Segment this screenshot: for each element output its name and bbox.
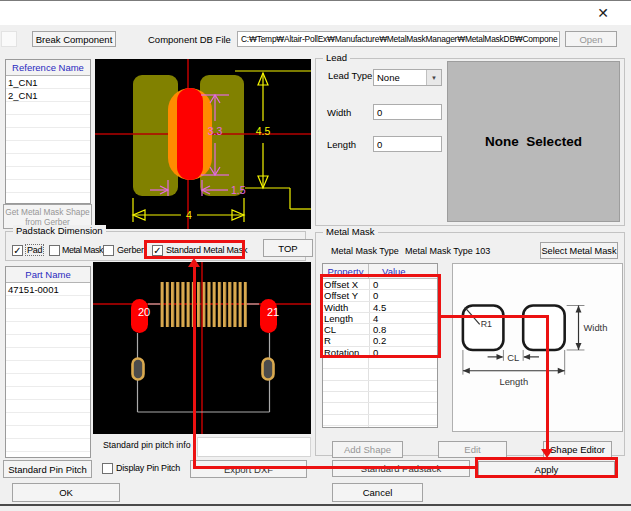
pitch-preview-panel: 20 21 <box>93 262 311 434</box>
table-row <box>323 381 437 392</box>
ok-button[interactable]: OK <box>12 483 120 502</box>
cancel-button[interactable]: Cancel <box>332 483 423 502</box>
radius-label: R1 <box>481 319 492 329</box>
list-item <box>6 439 90 452</box>
metal-mask-checkbox-label[interactable]: Metal Mask <box>62 245 103 255</box>
pin-oval-right <box>263 359 274 380</box>
top-button[interactable]: TOP <box>263 239 313 257</box>
width-arrow-top <box>576 306 582 313</box>
pad-red-pill <box>177 88 203 180</box>
lead-length-label: Length <box>327 139 356 150</box>
standard-pin-pitch-button[interactable]: Standard Pin Pitch <box>3 460 92 478</box>
pad-checkbox[interactable]: ✓ <box>12 245 23 256</box>
width-extension-lines <box>567 306 585 350</box>
db-file-path-field[interactable]: C:₩Temp₩Altair-PollEx₩Manufacture₩MetalM… <box>237 31 560 47</box>
display-pin-pitch-label[interactable]: Display Pin Pitch <box>116 463 180 473</box>
metal-mask-group-label: Metal Mask <box>323 226 378 237</box>
list-item <box>6 180 90 193</box>
table-row <box>323 392 437 403</box>
edit-button[interactable]: Edit <box>438 441 507 458</box>
lead-width-field[interactable]: 0 <box>373 104 442 120</box>
close-icon[interactable]: ✕ <box>594 4 612 22</box>
list-item <box>6 102 90 115</box>
table-row <box>323 369 437 380</box>
dim-3-3: 3.3 <box>208 125 223 137</box>
pin-pitch-info-label: Standard pin pitch info <box>103 440 191 450</box>
title-bar <box>0 0 631 25</box>
list-item <box>6 374 90 387</box>
metal-mask-type-value: Metal Mask Type 103 <box>405 246 490 256</box>
padstack-dimension-label: Padstack Dimension <box>13 225 106 236</box>
pin-oval-left <box>133 359 144 380</box>
length-arrow-left <box>463 368 470 374</box>
get-metal-mask-line1: Get Metal Mask Shape <box>5 207 89 217</box>
width-arrow-bottom <box>576 343 582 350</box>
table-row <box>323 403 437 414</box>
annotation-line-horizontal-table <box>441 315 549 318</box>
export-dxf-button[interactable]: Export DXF <box>190 460 307 478</box>
break-component-button[interactable]: Break Component <box>32 31 116 47</box>
display-pin-pitch-checkbox[interactable] <box>102 463 113 474</box>
list-item <box>6 296 90 309</box>
list-item <box>6 115 90 128</box>
chevron-down-icon[interactable]: ▼ <box>426 70 441 85</box>
metal-mask-type-label: Metal Mask Type <box>331 246 399 256</box>
gerber-checkbox-label[interactable]: Gerber <box>117 245 144 255</box>
metal-mask-checkbox[interactable] <box>49 245 60 256</box>
list-item <box>6 193 90 204</box>
part-name-list: Part Name 47151-0001 <box>5 266 91 458</box>
lead-length-field[interactable]: 0 <box>373 136 442 152</box>
dim-4: 4 <box>186 209 192 221</box>
cl-arrow-left <box>496 354 503 360</box>
width-label: Width <box>583 323 607 333</box>
shape-editor-button[interactable]: Shape Editor <box>543 441 612 458</box>
gerber-checkbox[interactable] <box>103 245 114 256</box>
length-arrow-right <box>558 368 565 374</box>
list-item[interactable]: 1_CN1 <box>6 76 90 89</box>
length-label: Length <box>499 377 528 387</box>
list-item <box>6 348 90 361</box>
add-shape-button[interactable]: Add Shape <box>332 441 403 458</box>
dialog: ✕ Break Component Component DB File C:₩T… <box>0 0 631 511</box>
annotation-line-vertical-right <box>546 315 549 450</box>
annotation-line-vertical-left <box>193 266 196 469</box>
lead-group-label: Lead <box>323 52 350 63</box>
lead-type-value: None <box>377 72 400 83</box>
mask-square-right <box>523 306 565 350</box>
pin-pad-21-label: 21 <box>267 306 279 318</box>
list-item <box>6 322 90 335</box>
cl-arrow-right <box>523 354 530 360</box>
spacer-button <box>1 31 17 47</box>
pad-checkbox-label[interactable]: Pad <box>26 245 43 255</box>
annotation-arrow-up <box>188 258 200 267</box>
annotation-box-standard-metal-mask <box>144 240 245 259</box>
list-item <box>6 413 90 426</box>
metal-mask-diagram: R1 Width CL Length <box>452 263 623 432</box>
list-item <box>6 154 90 167</box>
open-button[interactable]: Open <box>565 31 617 47</box>
lead-type-label: Lead Type <box>328 70 372 81</box>
dim-4-5: 4.5 <box>256 125 271 137</box>
pin-stripes <box>160 282 247 327</box>
window-bottom-edge <box>0 504 631 506</box>
lead-preview-text: None Selected <box>485 134 582 149</box>
lead-type-select[interactable]: None ▼ <box>373 69 442 86</box>
list-item <box>6 128 90 141</box>
list-item <box>6 167 90 180</box>
part-name-header[interactable]: Part Name <box>6 267 90 283</box>
list-item <box>6 309 90 322</box>
reference-name-header[interactable]: Reference Name <box>6 60 90 76</box>
lead-preview-box: None Selected <box>447 61 620 222</box>
pad-preview-panel: 3.3 4.5 1.5 4 <box>95 59 311 229</box>
list-item <box>6 400 90 413</box>
annotation-arrow-down <box>541 449 553 458</box>
select-metal-mask-button[interactable]: Select Metal Mask <box>540 242 618 259</box>
table-row <box>323 426 437 428</box>
dim-1-5: 1.5 <box>231 184 246 196</box>
list-item <box>6 335 90 348</box>
list-item[interactable]: 47151-0001 <box>6 283 90 296</box>
list-item[interactable]: 2_CN1 <box>6 89 90 102</box>
reference-name-list: Reference Name 1_CN1 2_CN1 <box>5 59 91 204</box>
db-file-label: Component DB File <box>148 34 231 45</box>
table-row <box>323 358 437 369</box>
